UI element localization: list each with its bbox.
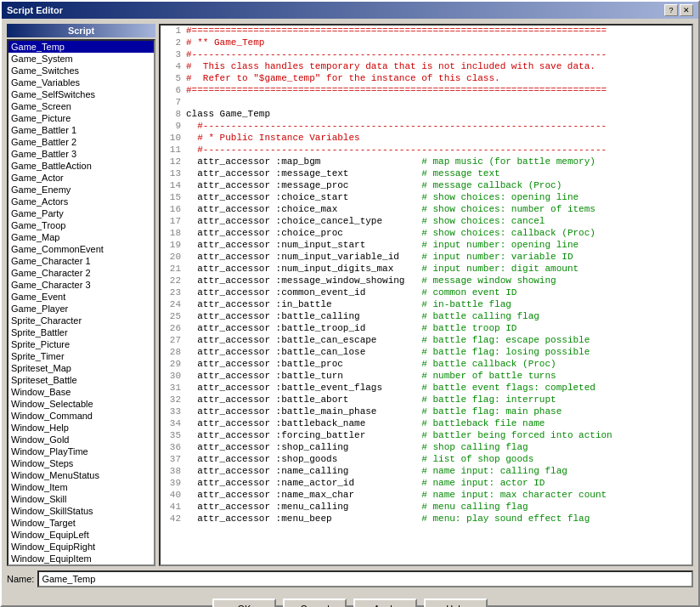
bottom-buttons: OK Cancel Apply Help xyxy=(2,593,698,607)
apply-button[interactable]: Apply xyxy=(353,598,417,607)
list-item[interactable]: Window_Command xyxy=(8,410,154,422)
code-line: 1#======================================… xyxy=(161,26,692,37)
list-item[interactable]: Window_PlayTime xyxy=(8,445,154,457)
code-line: 19 attr_accessor :num_input_start # inpu… xyxy=(161,240,692,252)
list-item[interactable]: Window_EquipItem xyxy=(8,553,154,564)
name-label: Name: xyxy=(7,574,34,584)
code-line: 21 attr_accessor :num_input_digits_max #… xyxy=(161,264,692,275)
code-line: 42 attr_accessor :menu_beep # menu: play… xyxy=(161,513,692,525)
list-item[interactable]: Game_Enemy xyxy=(8,184,154,196)
list-item[interactable]: Game_BattleAction xyxy=(8,160,154,172)
list-item[interactable]: Game_Actor xyxy=(8,172,154,184)
code-line: 32 attr_accessor :battle_abort # battle … xyxy=(161,394,692,406)
list-item[interactable]: Game_Variables xyxy=(8,77,154,88)
line-content: attr_accessor :battleback_name # battleb… xyxy=(186,418,690,430)
list-item[interactable]: Game_Picture xyxy=(8,112,154,124)
list-item[interactable]: Window_SkillStatus xyxy=(8,505,154,517)
list-item[interactable]: Game_CommonEvent xyxy=(8,243,154,255)
list-item[interactable]: Game_Character 3 xyxy=(8,279,154,291)
line-content: #=======================================… xyxy=(186,26,690,37)
code-line: 16 attr_accessor :choice_max # show choi… xyxy=(161,204,692,216)
list-item[interactable]: Game_Player xyxy=(8,303,154,315)
help-button[interactable]: Help xyxy=(424,598,488,607)
list-item[interactable]: Sprite_Timer xyxy=(8,350,154,362)
ok-button[interactable]: OK xyxy=(212,598,276,607)
list-item[interactable]: Spriteset_Battle xyxy=(8,374,154,386)
line-content: attr_accessor :common_event_id # common … xyxy=(186,287,690,299)
line-number: 10 xyxy=(162,133,186,145)
line-content: attr_accessor :choice_proc # show choice… xyxy=(186,228,690,240)
list-item[interactable]: Window_Target xyxy=(8,517,154,529)
list-item[interactable]: Window_Steps xyxy=(8,457,154,469)
line-content: attr_accessor :in_battle # in-battle fla… xyxy=(186,299,690,311)
code-line: 6#======================================… xyxy=(161,85,692,97)
list-item[interactable]: Window_EquipLeft xyxy=(8,529,154,541)
line-content: attr_accessor :shop_calling # shop calli… xyxy=(186,442,690,454)
code-line: 20 attr_accessor :num_input_variable_id … xyxy=(161,252,692,264)
code-line: 28 attr_accessor :battle_can_lose # batt… xyxy=(161,347,692,359)
line-number: 3 xyxy=(162,49,186,61)
line-number: 5 xyxy=(162,73,186,85)
list-item[interactable]: Game_Character 1 xyxy=(8,255,154,267)
line-number: 21 xyxy=(162,264,186,275)
list-item[interactable]: Game_Battler 3 xyxy=(8,148,154,160)
list-item[interactable]: Game_Temp xyxy=(8,41,154,53)
list-item[interactable]: Game_Event xyxy=(8,291,154,303)
list-item[interactable]: Window_Help xyxy=(8,422,154,434)
line-number: 6 xyxy=(162,85,186,97)
line-content: attr_accessor :choice_start # show choic… xyxy=(186,192,690,204)
line-content: attr_accessor :battle_proc # battle call… xyxy=(186,359,690,371)
line-content: class Game_Temp xyxy=(186,109,690,121)
list-item[interactable]: Window_Base xyxy=(8,386,154,398)
name-input[interactable] xyxy=(37,570,693,587)
line-number: 34 xyxy=(162,418,186,430)
list-item[interactable]: Spriteset_Map xyxy=(8,362,154,374)
line-content: # * Public Instance Variables xyxy=(186,133,690,145)
script-list[interactable]: Game_TempGame_SystemGame_SwitchesGame_Va… xyxy=(7,39,155,566)
list-item[interactable]: Game_Map xyxy=(8,231,154,243)
list-item[interactable]: Game_Screen xyxy=(8,100,154,112)
list-item[interactable]: Window_MenuStatus xyxy=(8,469,154,481)
list-item[interactable]: Game_Troop xyxy=(8,219,154,231)
close-title-button[interactable]: ✕ xyxy=(680,4,693,16)
code-line: 12 attr_accessor :map_bgm # map music (f… xyxy=(161,156,692,168)
code-line: 5# Refer to "$game_temp" for the instanc… xyxy=(161,73,692,85)
line-number: 35 xyxy=(162,430,186,442)
list-item[interactable]: Sprite_Character xyxy=(8,315,154,326)
list-item[interactable]: Game_SelfSwitches xyxy=(8,88,154,100)
list-item[interactable]: Window_Selectable xyxy=(8,398,154,410)
list-item[interactable]: Window_Skill xyxy=(8,493,154,505)
line-number: 12 xyxy=(162,156,186,168)
code-editor[interactable]: 1#======================================… xyxy=(159,24,693,566)
line-number: 23 xyxy=(162,287,186,299)
list-item[interactable]: Game_Switches xyxy=(8,65,154,77)
list-item[interactable]: Game_Actors xyxy=(8,196,154,207)
line-number: 14 xyxy=(162,180,186,192)
list-item[interactable]: Window_Item xyxy=(8,481,154,493)
line-content: # Refer to "$game_temp" for the instance… xyxy=(186,73,690,85)
code-line: 22 attr_accessor :message_window_showing… xyxy=(161,275,692,287)
list-item[interactable]: Game_Character 2 xyxy=(8,267,154,279)
list-item[interactable]: Window_EquipRight xyxy=(8,541,154,553)
list-item[interactable]: Sprite_Picture xyxy=(8,338,154,350)
line-content: attr_accessor :map_bgm # map music (for … xyxy=(186,156,690,168)
list-item[interactable]: Window_Gold xyxy=(8,434,154,445)
list-item[interactable]: Game_Battler 2 xyxy=(8,136,154,148)
list-item[interactable]: Game_Battler 1 xyxy=(8,124,154,136)
cancel-button[interactable]: Cancel xyxy=(283,598,347,607)
line-content: attr_accessor :battle_can_lose # battle … xyxy=(186,347,690,359)
help-title-button[interactable]: ? xyxy=(664,4,678,16)
line-content: attr_accessor :battle_main_phase # battl… xyxy=(186,406,690,418)
line-content: attr_accessor :choice_cancel_type # show… xyxy=(186,216,690,228)
line-content: attr_accessor :battle_calling # battle c… xyxy=(186,311,690,323)
line-number: 7 xyxy=(162,97,186,109)
list-item[interactable]: Game_System xyxy=(8,53,154,65)
code-line: 11 #------------------------------------… xyxy=(161,145,692,156)
code-line: 34 attr_accessor :battleback_name # batt… xyxy=(161,418,692,430)
line-content: attr_accessor :menu_calling # menu calli… xyxy=(186,502,690,513)
name-row: Name: xyxy=(7,570,693,588)
list-item[interactable]: Game_Party xyxy=(8,207,154,219)
code-line: 13 attr_accessor :message_text # message… xyxy=(161,168,692,180)
line-number: 36 xyxy=(162,442,186,454)
list-item[interactable]: Sprite_Battler xyxy=(8,326,154,338)
